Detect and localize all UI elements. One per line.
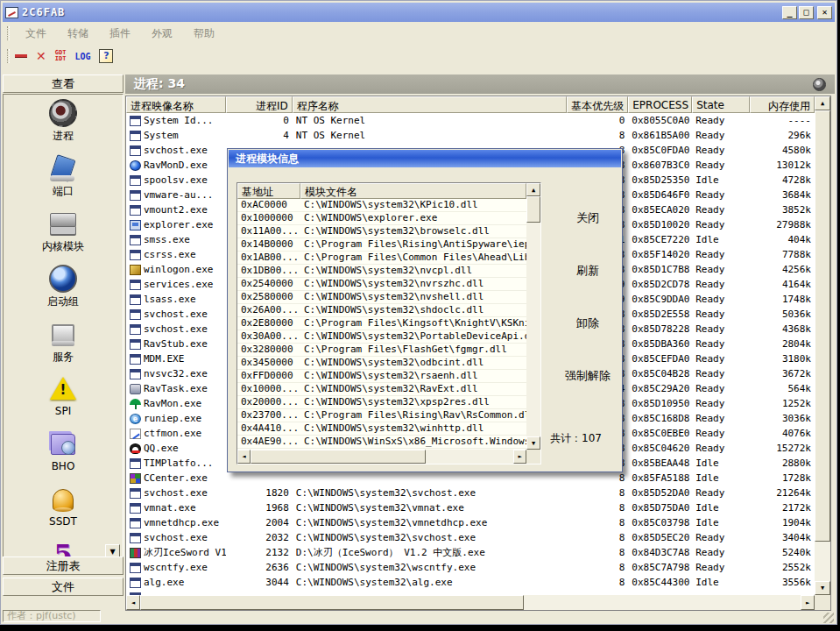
sidebar-item-gear[interactable]: 进程 [4, 95, 123, 150]
menu-item[interactable]: 转储 [57, 25, 99, 43]
dump-process-button[interactable] [15, 54, 27, 58]
sidebar-item-startup[interactable]: 启动组 [4, 260, 123, 316]
column-header-ep[interactable]: EPROCESS [628, 96, 692, 113]
module-file: C:\WINDOWS\system32\KPic10.dll [300, 199, 526, 211]
menu-item[interactable]: 帮助 [183, 25, 225, 43]
module-row[interactable]: 0x30A00...C:\WINDOWS\system32\PortableDe… [237, 330, 526, 344]
process-eprocess: 0x8055C0A0 [628, 115, 692, 126]
maximize-button[interactable]: □ [799, 6, 814, 19]
menu-item[interactable]: 外观 [141, 25, 183, 43]
module-row[interactable]: 0x3280000C:\Program Files\FlashGet\fgmgr… [237, 344, 526, 357]
hscroll-thumb[interactable] [140, 595, 524, 610]
module-column-header-addr[interactable]: 基地址 [237, 183, 300, 199]
module-row[interactable]: 0xFFD0000C:\WINDOWS\system32\rsaenh.dll [237, 370, 526, 383]
column-header-pri[interactable]: 基本优先级 [567, 96, 628, 113]
scroll-right-icon[interactable]: ► [513, 450, 526, 464]
process-state: Ready [692, 547, 750, 558]
process-row[interactable]: alg.exe3044C:\WINDOWS\system32\alg.exe80… [126, 575, 815, 590]
module-row[interactable]: 0x23700...C:\Program Files\Rising\Rav\Rs… [237, 409, 526, 422]
module-addr: 0x1AB00... [237, 252, 300, 264]
module-column-header-file[interactable]: 模块文件名 [300, 183, 526, 199]
minimize-button[interactable]: _ [782, 6, 797, 19]
sidebar-item-kernel[interactable]: 内核模块 [4, 205, 123, 260]
process-row[interactable]: svchost.exe1820C:\WINDOWS\system32\svcho… [126, 486, 815, 500]
scroll-down-icon[interactable]: ▼ [526, 436, 540, 450]
column-header-st[interactable]: State [692, 96, 750, 113]
files-group-button[interactable]: 文件 [3, 578, 124, 596]
sidebar-item-ssdt[interactable]: SSDT [4, 481, 123, 536]
registry-group-button[interactable]: 注册表 [3, 557, 124, 575]
column-header-pid[interactable]: 进程ID [226, 96, 293, 113]
vscroll-thumb[interactable] [815, 110, 830, 542]
column-header-mem[interactable]: 内存使用 [750, 96, 815, 113]
process-eprocess: 0x85C0EBE0 [628, 428, 692, 439]
process-row[interactable]: System Id...0NT OS Kernel00x8055C0A0Read… [126, 113, 815, 128]
scroll-up-icon[interactable]: ▲ [815, 96, 830, 110]
vscroll-thumb[interactable] [526, 196, 540, 223]
process-row[interactable]: 冰刃IceSword V12132D:\冰刃（IceSword） V1.2 中文… [126, 545, 815, 560]
module-row[interactable]: 0x4AE90...C:\WINDOWS\WinSxS\x86_Microsof… [237, 436, 526, 449]
scroll-right-icon[interactable]: ► [801, 595, 815, 610]
sidebar-item-service[interactable]: 服务 [4, 316, 123, 371]
log-button[interactable]: LOG [74, 52, 90, 61]
resize-grip[interactable] [823, 613, 834, 623]
module-row[interactable]: 0x10000...C:\WINDOWS\system32\RavExt.dll [237, 383, 526, 396]
sidebar-item-bho[interactable]: BHO [4, 426, 123, 481]
module-list-hscrollbar[interactable]: ◄ ► [237, 450, 526, 464]
module-row[interactable]: 0x2580000C:\WINDOWS\system32\nvshell.dll [237, 291, 526, 304]
process-row[interactable]: vmnetdhcp.exe2004C:\WINDOWS\system32\vmn… [126, 515, 815, 530]
view-group-button[interactable]: 查看 [3, 74, 124, 93]
module-list: 基地址模块文件名 0xAC0000C:\WINDOWS\system32\KPi… [236, 182, 541, 464]
module-row[interactable]: 0x14B0000C:\Program Files\Rising\AntiSpy… [237, 238, 526, 252]
title-bar: 2C6FAB _ □ ✕ [3, 3, 835, 22]
module-row[interactable]: 0x1DB00...C:\WINDOWS\system32\nvcpl.dll [237, 265, 526, 278]
process-row[interactable]: vmnat.exe1968C:\WINDOWS\system32\vmnat.e… [126, 500, 815, 515]
sidebar-item-port[interactable]: 端口 [4, 150, 123, 205]
gdt-idt-button[interactable]: GDT IDT [55, 50, 67, 62]
hscroll-thumb[interactable] [251, 450, 426, 464]
module-row[interactable]: 0x4A410...C:\WINDOWS\system32\winhttp.dl… [237, 422, 526, 436]
dialog-refresh-button[interactable]: 刷新 [559, 263, 617, 279]
process-path: C:\WINDOWS\system32\svchost.exe [293, 532, 568, 543]
scroll-left-icon[interactable]: ◄ [126, 595, 140, 610]
module-row[interactable]: 0x2540000C:\WINDOWS\system32\nvrszhc.dll [237, 278, 526, 291]
module-file: C:\WINDOWS\system32\nvcpl.dll [300, 265, 526, 277]
column-header-name[interactable]: 进程映像名称 [126, 96, 226, 113]
module-row[interactable]: 0x11A00...C:\WINDOWS\system32\browselc.d… [237, 225, 526, 238]
process-name: RavStub.exe [144, 338, 208, 350]
module-row[interactable]: 0xAC0000C:\WINDOWS\system32\KPic10.dll [237, 199, 526, 212]
scroll-up-icon[interactable]: ▲ [526, 183, 540, 196]
module-row[interactable]: 0x2E80000C:\Program Files\Kingsoft\Knigh… [237, 317, 526, 330]
module-addr: 0x1DB00... [237, 265, 300, 277]
process-table-vscrollbar[interactable]: ▲ ▼ [815, 96, 830, 595]
process-row[interactable]: svchost.exe2032C:\WINDOWS\system32\svcho… [126, 530, 815, 545]
process-row[interactable]: wscntfy.exe2636C:\WINDOWS\system32\wscnt… [126, 560, 815, 575]
window-process-icon [130, 339, 141, 350]
close-button[interactable]: ✕ [817, 6, 832, 19]
help-button[interactable]: ? [99, 49, 113, 63]
process-table-hscrollbar[interactable]: ◄ ► [126, 595, 815, 610]
menu-item[interactable]: 插件 [99, 25, 141, 43]
scroll-down-icon[interactable]: ▼ [815, 581, 830, 595]
module-file: C:\WINDOWS\system32\nvrszhc.dll [300, 278, 526, 290]
dialog-close-button[interactable]: 关闭 [559, 210, 617, 226]
column-header-path[interactable]: 程序名称 [293, 96, 568, 113]
process-row[interactable]: System4NT OS Kernel80x861B5A00Ready296k [126, 128, 815, 143]
sidebar-item-spi[interactable]: SPI [4, 371, 123, 426]
window-process-icon [130, 324, 141, 335]
dialog-unload-button[interactable]: 卸除 [559, 316, 617, 331]
process-eprocess: 0x85C04620 [628, 443, 692, 454]
kill-process-button[interactable]: ✕ [36, 50, 46, 62]
module-row[interactable]: 0x1AB00...C:\Program Files\Common Files\… [237, 252, 526, 265]
module-row[interactable]: 0x1000000C:\WINDOWS\explorer.exe [237, 212, 526, 225]
module-row[interactable]: 0x3450000C:\WINDOWS\system32\odbcint.dll [237, 357, 526, 370]
module-row[interactable]: 0x26A00...C:\WINDOWS\system32\shdoclc.dl… [237, 304, 526, 317]
menu-item[interactable]: 文件 [15, 25, 57, 43]
process-row[interactable]: CCenter.exe80x85FA5188Idle1728k [126, 471, 815, 486]
books-process-icon [130, 548, 141, 558]
dialog-force-unload-button[interactable]: 强制解除 [559, 368, 617, 384]
module-list-vscrollbar[interactable]: ▲ ▼ [526, 183, 540, 450]
module-row[interactable]: 0x20000...C:\WINDOWS\system32\xpsp2res.d… [237, 396, 526, 409]
scroll-left-icon[interactable]: ◄ [237, 450, 251, 464]
process-mem: ---- [750, 115, 815, 126]
